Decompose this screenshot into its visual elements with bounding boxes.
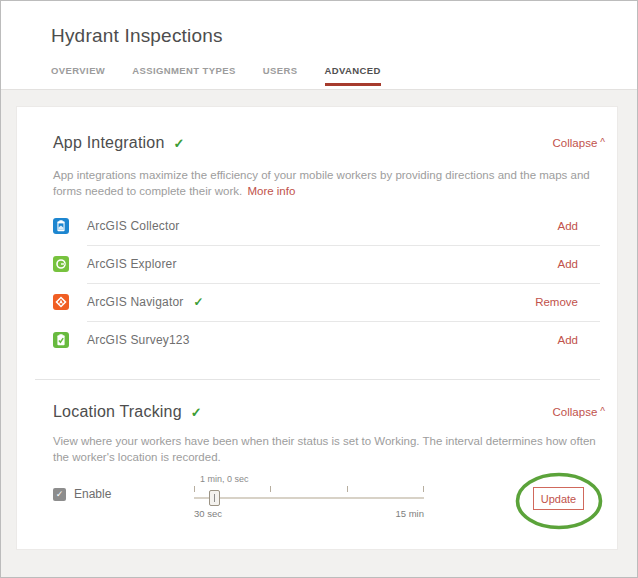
app-name: ArcGIS Survey123 bbox=[87, 333, 190, 347]
slider-handle[interactable] bbox=[209, 490, 220, 506]
app-list: ArcGIS Collector Add ArcGIS Explorer Add… bbox=[53, 207, 600, 359]
tab-bar: OVERVIEW ASSIGNMENT TYPES USERS ADVANCED bbox=[51, 65, 381, 86]
location-tracking-collapse-link[interactable]: Collapse^ bbox=[553, 406, 605, 418]
app-enabled-check-icon: ✓ bbox=[194, 295, 204, 309]
enable-checkbox[interactable]: ✓ bbox=[53, 488, 66, 501]
slider-tick bbox=[347, 486, 348, 492]
app-action-link[interactable]: Add bbox=[558, 258, 578, 270]
location-tracking-title: Location Tracking bbox=[53, 403, 182, 421]
app-action-link[interactable]: Remove bbox=[535, 296, 578, 308]
slider-tick bbox=[270, 486, 271, 492]
more-info-link[interactable]: More info bbox=[247, 185, 295, 197]
page-title: Hydrant Inspections bbox=[51, 25, 223, 47]
app-row-navigator: ArcGIS Navigator ✓ Remove bbox=[53, 283, 600, 321]
slider-min-label: 30 sec bbox=[194, 508, 222, 519]
app-row-survey123: ArcGIS Survey123 Add bbox=[53, 321, 600, 359]
enable-label: Enable bbox=[74, 487, 111, 501]
app-name: ArcGIS Navigator bbox=[87, 295, 184, 309]
slider-track[interactable] bbox=[194, 497, 424, 499]
tab-advanced[interactable]: ADVANCED bbox=[325, 65, 381, 86]
tab-assignment-types[interactable]: ASSIGNMENT TYPES bbox=[132, 65, 236, 86]
app-name: ArcGIS Collector bbox=[87, 219, 180, 233]
slider-tick bbox=[194, 486, 195, 492]
collector-icon bbox=[53, 218, 69, 234]
interval-slider: 1 min, 0 sec 30 sec 15 min bbox=[194, 475, 424, 525]
app-integration-check-icon: ✓ bbox=[174, 136, 185, 151]
app-action-link[interactable]: Add bbox=[558, 334, 578, 346]
explorer-icon bbox=[53, 256, 69, 272]
location-tracking-header: Location Tracking ✓ Collapse^ bbox=[53, 403, 605, 421]
navigator-icon bbox=[53, 294, 69, 310]
tab-users[interactable]: USERS bbox=[263, 65, 298, 86]
workforce-project-window: Hydrant Inspections OVERVIEW ASSIGNMENT … bbox=[0, 0, 638, 578]
slider-tick bbox=[423, 486, 424, 492]
collapse-label: Collapse bbox=[553, 406, 598, 418]
app-action-link[interactable]: Add bbox=[558, 220, 578, 232]
app-integration-collapse-link[interactable]: Collapse^ bbox=[553, 137, 605, 149]
collapse-label: Collapse bbox=[553, 137, 598, 149]
description-text: App integrations maximize the efficiency… bbox=[53, 169, 590, 197]
enable-row: ✓ Enable bbox=[53, 487, 111, 501]
survey123-icon bbox=[53, 332, 69, 348]
location-tracking-description: View where your workers have been when t… bbox=[53, 433, 601, 465]
location-tracking-check-icon: ✓ bbox=[191, 405, 202, 420]
chevron-up-icon: ^ bbox=[600, 406, 605, 417]
app-integration-description: App integrations maximize the efficiency… bbox=[53, 167, 601, 199]
app-name: ArcGIS Explorer bbox=[87, 257, 177, 271]
slider-value-label: 1 min, 0 sec bbox=[200, 474, 249, 484]
app-row-collector: ArcGIS Collector Add bbox=[53, 207, 600, 245]
advanced-settings-card: App Integration ✓ Collapse^ App integrat… bbox=[16, 106, 618, 550]
update-button[interactable]: Update bbox=[533, 487, 584, 510]
chevron-up-icon: ^ bbox=[600, 137, 605, 148]
app-integration-title: App Integration bbox=[53, 134, 165, 152]
tab-overview[interactable]: OVERVIEW bbox=[51, 65, 105, 86]
app-integration-header: App Integration ✓ Collapse^ bbox=[53, 134, 605, 152]
section-divider bbox=[35, 379, 600, 380]
slider-max-label: 15 min bbox=[395, 508, 424, 519]
app-row-explorer: ArcGIS Explorer Add bbox=[53, 245, 600, 283]
